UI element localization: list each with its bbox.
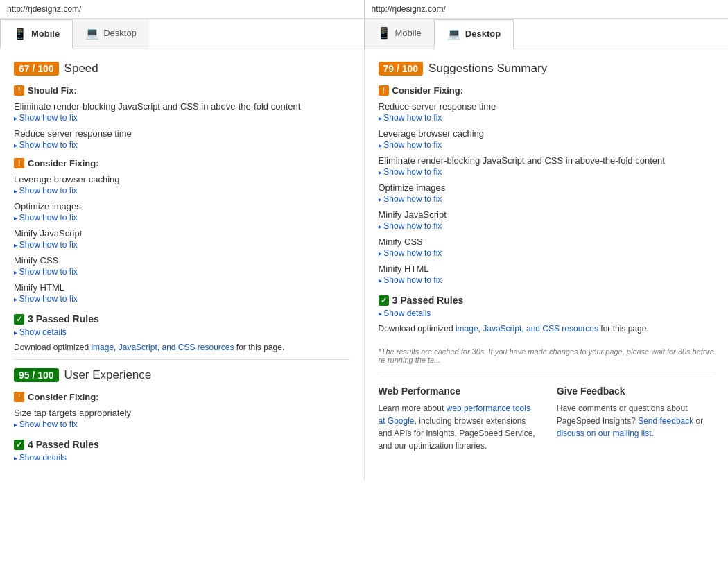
right-checkmark-icon: ✓ xyxy=(379,295,389,306)
consider-item-0: Leverage browser caching xyxy=(14,174,350,184)
should-fix-header: ! Should Fix: xyxy=(14,85,350,96)
right-download-image-link[interactable]: image xyxy=(456,324,478,334)
right-consider-item-0: Reduce server response time xyxy=(379,101,715,112)
give-feedback-text: Have comments or questions about PageSpe… xyxy=(557,402,714,440)
send-feedback-link[interactable]: Send feedback xyxy=(638,416,693,426)
show-fix-link-1[interactable]: Show how to fix xyxy=(14,140,350,150)
tab-desktop-left-label: Desktop xyxy=(103,28,137,38)
main-content: 67 / 100 Speed ! Should Fix: Eliminate r… xyxy=(0,49,728,481)
consider-fixing-label: Consider Fixing: xyxy=(28,158,99,168)
ux-show-details-link[interactable]: Show details xyxy=(14,453,350,462)
should-fix-item-0: Eliminate render-blocking JavaScript and… xyxy=(14,101,350,112)
mobile-icon: 📱 xyxy=(13,27,27,40)
right-consider-link-4[interactable]: Show how to fix xyxy=(379,221,715,231)
should-fix-item-1: Reduce server response time xyxy=(14,128,350,139)
ux-checkmark-icon: ✓ xyxy=(14,440,24,450)
consider-link-1[interactable]: Show how to fix xyxy=(14,213,350,223)
ux-passed-rules-row: ✓ 4 Passed Rules xyxy=(14,439,350,450)
consider-item-1: Optimize images xyxy=(14,201,350,211)
download-image-link[interactable]: image xyxy=(91,343,114,352)
right-consider-item-6: Minify HTML xyxy=(379,263,715,274)
footer-web-performance: Web Performance Learn more about web per… xyxy=(379,386,536,452)
right-passed-rules-label: 3 Passed Rules xyxy=(392,295,464,306)
right-consider-item-5: Minify CSS xyxy=(379,236,715,247)
tab-desktop-right-label: Desktop xyxy=(465,28,501,39)
right-show-details-link[interactable]: Show details xyxy=(379,309,715,318)
ux-section-title: 95 / 100 User Experience xyxy=(14,368,350,382)
exclamation-icon-should-fix: ! xyxy=(14,85,24,96)
right-panel: 79 / 100 Suggestions Summary ! Consider … xyxy=(365,49,729,481)
ux-score-badge: 95 / 100 xyxy=(14,368,59,382)
right-label: Suggestions Summary xyxy=(428,62,547,76)
tabs-row: 📱 Mobile 💻 Desktop 📱 Mobile 💻 Desktop xyxy=(0,19,728,49)
right-consider-label: Consider Fixing: xyxy=(392,85,464,96)
tab-group-right: 📱 Mobile 💻 Desktop xyxy=(365,19,729,49)
right-consider-link-6[interactable]: Show how to fix xyxy=(379,275,715,285)
passed-rules-row: ✓ 3 Passed Rules xyxy=(14,313,350,325)
right-consider-item-3: Optimize images xyxy=(379,182,715,193)
right-passed-rules-row: ✓ 3 Passed Rules xyxy=(379,295,715,306)
ux-consider-item-0: Size tap targets appropriately xyxy=(14,408,350,418)
right-consider-link-1[interactable]: Show how to fix xyxy=(379,140,715,150)
consider-link-4[interactable]: Show how to fix xyxy=(14,294,350,304)
footer-give-feedback: Give Feedback Have comments or questions… xyxy=(557,386,714,452)
download-text: Download optimized image, JavaScript, an… xyxy=(14,343,350,352)
consider-fixing-header: ! Consider Fixing: xyxy=(14,158,350,168)
cache-note: *The results are cached for 30s. If you … xyxy=(379,340,715,364)
right-download-js-css-link[interactable]: JavaScript, and CSS resources xyxy=(483,324,598,334)
speed-score-badge: 67 / 100 xyxy=(14,62,59,76)
tab-mobile-right-label: Mobile xyxy=(395,28,422,38)
web-performance-text: Learn more about web performance tools a… xyxy=(379,402,536,452)
consider-link-3[interactable]: Show how to fix xyxy=(14,267,350,277)
right-consider-link-0[interactable]: Show how to fix xyxy=(379,113,715,123)
left-panel: 67 / 100 Speed ! Should Fix: Eliminate r… xyxy=(0,49,365,481)
consider-item-4: Minify HTML xyxy=(14,282,350,293)
tab-mobile-right[interactable]: 📱 Mobile xyxy=(365,19,434,49)
tab-mobile-left[interactable]: 📱 Mobile xyxy=(0,19,73,49)
consider-item-3: Minify CSS xyxy=(14,255,350,266)
should-fix-label: Should Fix: xyxy=(28,85,77,96)
ux-passed-rules-label: 4 Passed Rules xyxy=(28,439,99,450)
url-bar-left[interactable]: http://rjdesignz.com/ xyxy=(0,0,365,19)
checkmark-icon: ✓ xyxy=(14,314,24,325)
right-download-text: Download optimized image, JavaScript, an… xyxy=(379,324,715,334)
tab-desktop-right[interactable]: 💻 Desktop xyxy=(434,19,514,49)
desktop-icon-right: 💻 xyxy=(447,27,461,40)
mailing-list-link[interactable]: discuss on our mailing list xyxy=(557,429,652,438)
give-feedback-title: Give Feedback xyxy=(557,386,714,397)
consider-link-0[interactable]: Show how to fix xyxy=(14,186,350,196)
footer-section: Web Performance Learn more about web per… xyxy=(379,386,715,463)
right-consider-item-4: Minify JavaScript xyxy=(379,209,715,220)
exclamation-icon-consider: ! xyxy=(14,158,24,168)
show-details-link[interactable]: Show details xyxy=(14,327,350,337)
divider xyxy=(14,359,350,360)
right-consider-link-3[interactable]: Show how to fix xyxy=(379,194,715,204)
ux-consider-link-0[interactable]: Show how to fix xyxy=(14,420,350,429)
tab-mobile-left-label: Mobile xyxy=(31,28,60,39)
right-consider-item-1: Leverage browser caching xyxy=(379,128,715,139)
url-bar-right[interactable]: http://rjdesignz.com/ xyxy=(365,0,729,19)
web-performance-link[interactable]: web performance tools at Google xyxy=(379,404,530,426)
download-js-css-link[interactable]: JavaScript, and CSS resources xyxy=(119,343,234,352)
consider-link-2[interactable]: Show how to fix xyxy=(14,240,350,250)
tab-group-left: 📱 Mobile 💻 Desktop xyxy=(0,19,365,49)
exclamation-icon-right: ! xyxy=(379,85,389,96)
mobile-icon-right: 📱 xyxy=(377,26,391,40)
right-consider-link-2[interactable]: Show how to fix xyxy=(379,167,715,177)
exclamation-icon-ux: ! xyxy=(14,392,24,402)
tab-desktop-left[interactable]: 💻 Desktop xyxy=(73,19,149,49)
web-performance-title: Web Performance xyxy=(379,386,536,397)
right-score-badge: 79 / 100 xyxy=(379,62,424,76)
consider-item-2: Minify JavaScript xyxy=(14,228,350,239)
passed-rules-label: 3 Passed Rules xyxy=(28,313,99,325)
ux-consider-header: ! Consider Fixing: xyxy=(14,392,350,402)
right-consider-header: ! Consider Fixing: xyxy=(379,85,715,96)
right-consider-link-5[interactable]: Show how to fix xyxy=(379,248,715,258)
show-fix-link-0[interactable]: Show how to fix xyxy=(14,113,350,123)
speed-section-title: 67 / 100 Speed xyxy=(14,62,350,76)
desktop-icon: 💻 xyxy=(85,26,99,40)
right-section-title: 79 / 100 Suggestions Summary xyxy=(379,62,715,76)
right-divider xyxy=(379,377,715,377)
speed-label: Speed xyxy=(64,62,98,76)
ux-label: User Experience xyxy=(64,368,152,382)
